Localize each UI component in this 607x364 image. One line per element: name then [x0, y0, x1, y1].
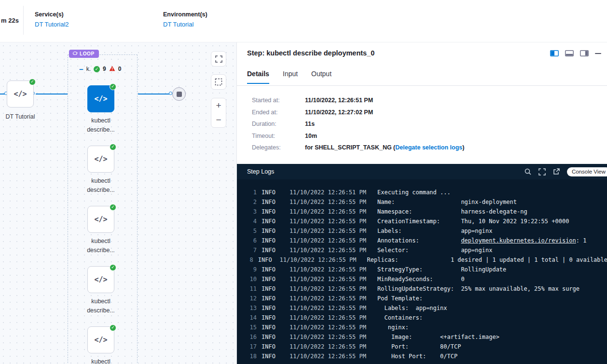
- log-line: 7INFO11/10/2022 12:26:55 PMSelector: app…: [237, 245, 607, 255]
- code-icon: </>: [94, 275, 107, 284]
- zoom-controls: + −: [211, 98, 226, 128]
- log-timestamp: 11/10/2022 12:26:51 PM: [290, 188, 367, 197]
- log-timestamp: 11/10/2022 12:26:55 PM: [290, 284, 367, 294]
- log-timestamp: 11/10/2022 12:26:55 PM: [280, 255, 357, 265]
- split-view-icon[interactable]: [550, 50, 559, 56]
- log-timestamp: 11/10/2022 12:26:55 PM: [290, 294, 367, 303]
- log-line: 18INFO11/10/2022 12:26:55 PM Host Port: …: [237, 351, 607, 361]
- detail-label: Delegates:: [252, 144, 305, 151]
- step-node[interactable]: </>✓: [87, 85, 114, 112]
- header-divider: [23, 6, 24, 35]
- log-timestamp: 11/10/2022 12:26:55 PM: [290, 323, 367, 332]
- matrix-failed-count: 0: [118, 66, 122, 72]
- fit-to-screen-button[interactable]: [211, 51, 226, 67]
- log-message: Labels: app=nginx: [377, 303, 447, 313]
- step-node-label-line1: kubectl: [72, 237, 130, 246]
- matrix-header: − k. ✓ 9 0: [79, 65, 121, 73]
- log-level: INFO: [262, 351, 283, 361]
- code-icon: </>: [94, 215, 107, 224]
- log-line-number: 12: [245, 294, 257, 303]
- step-details-panel: Step: kubectl describe deployments_0 Det…: [236, 42, 607, 364]
- log-line: 4INFO11/10/2022 12:26:55 PMCreationTimes…: [237, 216, 607, 226]
- step-node-label: kubectldescribe...: [72, 297, 130, 315]
- log-link[interactable]: deployment.kubernetes.io/revision: [461, 237, 576, 244]
- zoom-out-button[interactable]: −: [211, 113, 226, 127]
- tab-output[interactable]: Output: [311, 70, 331, 83]
- collapse-icon[interactable]: −: [79, 66, 83, 72]
- loop-badge[interactable]: LOOP: [69, 50, 99, 58]
- log-message: Annotations: deployment.kubernetes.io/re…: [377, 236, 587, 245]
- log-level: INFO: [262, 216, 283, 226]
- log-line: 12INFO11/10/2022 12:26:55 PMPod Template…: [237, 294, 607, 303]
- zoom-in-button[interactable]: +: [211, 98, 226, 113]
- log-line-number: 11: [245, 284, 257, 294]
- minimize-icon[interactable]: [595, 53, 601, 54]
- log-line-number: 13: [245, 303, 257, 313]
- fullscreen-icon[interactable]: [538, 168, 546, 175]
- step-node-label-line1: kubectl: [72, 116, 130, 125]
- log-line-number: 1: [245, 188, 257, 197]
- step-node-label: kubectldescribe...: [72, 176, 130, 195]
- step-node-label-line1: kubectl: [72, 176, 130, 186]
- log-line-number: 18: [245, 351, 257, 361]
- log-message: nginx:: [377, 323, 409, 332]
- step-node[interactable]: </>✓: [87, 206, 114, 233]
- success-check-icon: ✓: [110, 144, 116, 150]
- right-pane-icon[interactable]: [580, 50, 589, 56]
- log-line: 2INFO11/10/2022 12:26:55 PMName: nginx-d…: [237, 197, 607, 207]
- detail-value: 11s: [305, 121, 315, 127]
- step-node[interactable]: </>✓: [87, 266, 114, 293]
- tab-details[interactable]: Details: [247, 70, 269, 84]
- log-level: INFO: [262, 313, 283, 323]
- panel-title: Step: kubectl describe deployments_0: [247, 49, 374, 57]
- log-line: 10INFO11/10/2022 12:26:55 PMMinReadySeco…: [237, 274, 607, 284]
- log-timestamp: 11/10/2022 12:26:55 PM: [290, 197, 367, 207]
- success-check-icon: ✓: [110, 83, 116, 90]
- log-message: Host Port: 0/TCP: [377, 351, 457, 361]
- detail-label: Ended at:: [252, 109, 305, 116]
- open-in-new-icon[interactable]: [553, 168, 560, 175]
- console-view-button[interactable]: Console View: [567, 167, 607, 176]
- end-node[interactable]: [172, 87, 186, 101]
- delegate-selection-logs-link[interactable]: Delegate selection logs: [395, 144, 462, 151]
- marquee-select-button[interactable]: [211, 74, 226, 90]
- bottom-pane-icon[interactable]: [565, 50, 574, 56]
- log-line-number: 14: [245, 313, 257, 323]
- log-timestamp: 11/10/2022 12:26:55 PM: [290, 274, 367, 284]
- connector-line: [36, 94, 68, 94]
- log-message: Containers:: [377, 313, 423, 323]
- execution-header: m 22s Service(s) DT Tutorial2 Environmen…: [0, 0, 607, 42]
- log-message: StrategyType: RollingUpdate: [377, 265, 506, 274]
- log-level: INFO: [262, 265, 283, 274]
- logs-actions: Console View: [524, 167, 607, 176]
- detail-value: 11/10/2022, 12:26:51 PM: [305, 97, 373, 104]
- step-logs-title: Step Logs: [247, 168, 274, 175]
- log-timestamp: 11/10/2022 12:26:55 PM: [290, 332, 367, 342]
- tab-bar: Details Input Output: [237, 65, 607, 86]
- search-icon[interactable]: [524, 168, 531, 175]
- connector-line: [138, 94, 170, 94]
- stage-node[interactable]: </> ✓: [7, 81, 34, 108]
- code-icon: </>: [94, 155, 107, 163]
- log-line-number: 5: [245, 226, 257, 236]
- step-node[interactable]: </>✓: [87, 326, 114, 353]
- services-value-link[interactable]: DT Tutorial2: [35, 21, 69, 28]
- log-message: RollingUpdateStrategy: 25% max unavailab…: [377, 284, 579, 294]
- log-level: INFO: [258, 255, 273, 265]
- environments-value-link[interactable]: DT Tutorial: [163, 21, 207, 28]
- stage-node-label: DT Tutorial: [0, 112, 49, 121]
- log-line: 6INFO11/10/2022 12:26:55 PMAnnotations: …: [237, 236, 607, 245]
- matrix-success-count: 9: [103, 66, 106, 72]
- step-node-label-line1: kubectl: [72, 357, 130, 364]
- details-list: Started at:11/10/2022, 12:26:51 PMEnded …: [237, 94, 607, 154]
- services-group: Service(s) DT Tutorial2: [35, 11, 69, 28]
- log-level: INFO: [262, 226, 283, 236]
- tab-input[interactable]: Input: [283, 70, 298, 83]
- log-timestamp: 11/10/2022 12:26:55 PM: [290, 245, 367, 255]
- detail-row: Delegates:for SHELL_SCRIPT_TASK_NG (Dele…: [237, 142, 607, 154]
- step-node-label-line2: describe...: [72, 246, 130, 255]
- log-level: INFO: [262, 342, 283, 351]
- log-timestamp: 11/10/2022 12:26:55 PM: [290, 216, 367, 226]
- step-node[interactable]: </>✓: [87, 146, 114, 173]
- log-message: Labels: app=nginx: [377, 226, 492, 236]
